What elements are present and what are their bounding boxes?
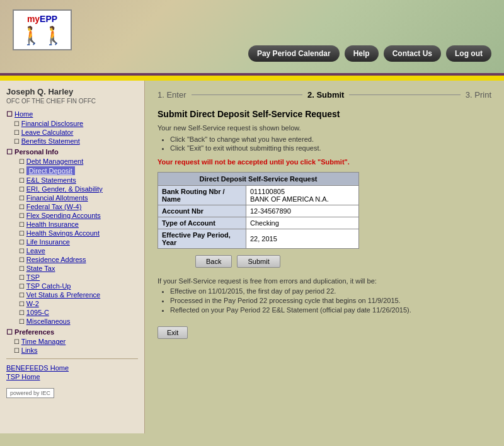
instruction-bullet-1: Click "Back" to change what you have ent… (170, 135, 491, 143)
back-button[interactable]: Back (195, 255, 232, 268)
info-bullets: Effective on 11/01/2015, the first day o… (170, 287, 491, 314)
step-1: 1. Enter (158, 90, 186, 100)
table-row-effective-pp: Effective Pay Period, Year 22, 2015 (158, 229, 359, 249)
steps-bar: 1. Enter 2. Submit 3. Print (158, 90, 491, 100)
account-type-label: Type of Account (158, 217, 246, 229)
yellow-bar (0, 76, 504, 81)
sidebar-item-debt-management[interactable]: ☐ Debt Management (6, 157, 138, 166)
sidebar-item-preferences: ☐ Preferences (6, 328, 138, 337)
content-description: Your new Self-Service request is shown b… (158, 124, 491, 132)
figure-right-icon: 🚶 (42, 25, 64, 46)
routing-label: Bank Routing Nbr / Name (158, 186, 246, 205)
step-3: 3. Print (466, 90, 491, 100)
sidebar-item-flex-spending[interactable]: ☐ Flex Spending Accounts (6, 211, 138, 220)
sidebar-org: OFC OF THE CHIEF FIN OFFC (6, 98, 138, 105)
step-line-1 (192, 94, 302, 95)
effective-pp-label: Effective Pay Period, Year (158, 229, 246, 249)
account-value: 12-34567890 (246, 205, 359, 217)
dd-table: Direct Deposit Self-Service Request Bank… (158, 172, 359, 249)
exit-button[interactable]: Exit (158, 326, 188, 339)
instruction-bullet-2: Click "Exit" to exit without submitting … (170, 144, 491, 152)
sidebar-item-federal-tax[interactable]: ☐ Federal Tax (W-4) (6, 202, 138, 211)
contact-us-button[interactable]: Contact Us (384, 45, 441, 62)
figure-left-icon: 🚶 (20, 25, 42, 46)
info-bullet-3: Reflected on your Pay Period 22 E&L Stat… (170, 306, 491, 314)
dd-table-header: Direct Deposit Self-Service Request (158, 173, 359, 186)
sidebar-item-health-insurance[interactable]: ☐ Health Insurance (6, 220, 138, 229)
content-area: 1. Enter 2. Submit 3. Print Submit Direc… (145, 81, 504, 433)
sidebar-item-links[interactable]: ☐ Links (6, 346, 138, 355)
sidebar-item-health-savings[interactable]: ☐ Health Savings Account (6, 229, 138, 237)
main-layout: Joseph Q. Harley OFC OF THE CHIEF FIN OF… (0, 81, 504, 433)
sidebar-item-w2[interactable]: ☐ W-2 (6, 299, 138, 308)
info-section: If your Self-Service request is free fro… (158, 277, 491, 314)
table-row-account: Account Nbr 12-34567890 (158, 205, 359, 217)
sidebar-item-home[interactable]: ☐ Home (6, 110, 138, 119)
sidebar-item-residence-address[interactable]: ☐ Residence Address (6, 255, 138, 264)
pay-period-calendar-button[interactable]: Pay Period Calendar (248, 45, 340, 62)
logout-button[interactable]: Log out (446, 45, 491, 62)
info-title: If your Self-Service request is free fro… (158, 277, 491, 285)
tsp-home-link[interactable]: TSP Home (6, 373, 138, 380)
benefeeds-home-link[interactable]: BENEFEEDS Home (6, 364, 138, 372)
sidebar-item-benefits-statement[interactable]: ☐ Benefits Statement (6, 137, 138, 146)
account-type-value: Checking (246, 217, 359, 229)
sidebar-item-eri[interactable]: ☐ ERI, Gender, & Disability (6, 185, 138, 193)
sidebar-item-life-insurance[interactable]: ☐ Life Insurance (6, 237, 138, 246)
sidebar-nav: ☐ Home Financial Disclosure ☐ Leave Calc… (6, 110, 138, 355)
table-row-account-type: Type of Account Checking (158, 217, 359, 229)
logo-my: my (27, 14, 40, 24)
sidebar-item-state-tax[interactable]: ☐ State Tax (6, 264, 138, 273)
header: myEPP 🚶 🚶 Pay Period Calendar Help Conta… (0, 0, 504, 76)
effective-pp-value: 22, 2015 (246, 229, 359, 249)
sidebar-item-tsp-catchup[interactable]: ☐ TSP Catch-Up (6, 282, 138, 290)
powered-by-badge: powered by IEC (6, 388, 54, 398)
instruction-bullets: Click "Back" to change what you have ent… (170, 135, 491, 152)
step-line-2 (349, 94, 460, 95)
step-2: 2. Submit (307, 90, 345, 100)
sidebar-item-financial-allotments[interactable]: ☐ Financial Allotments (6, 193, 138, 202)
sidebar-item-leave[interactable]: ☐ Leave (6, 246, 138, 255)
sidebar-item-vet-status[interactable]: ☐ Vet Status & Preference (6, 290, 138, 299)
sidebar-item-leave-calculator[interactable]: ☐ Leave Calculator (6, 128, 138, 137)
sidebar-item-1095c[interactable]: ☐ 1095-C (6, 308, 138, 317)
logo-area: myEPP 🚶 🚶 (13, 9, 72, 50)
logo-epp: EPP (40, 14, 57, 24)
sidebar-item-el-statements[interactable]: ☐ E&L Statements (6, 176, 138, 185)
form-buttons: Back Submit (158, 255, 491, 268)
sidebar-username: Joseph Q. Harley (6, 87, 138, 96)
table-row-routing: Bank Routing Nbr / Name 011100805BANK OF… (158, 186, 359, 205)
sidebar-item-personal-info: ☐ Personal Info (6, 147, 138, 157)
routing-value: 011100805BANK OF AMERICA N.A. (246, 186, 359, 205)
nav-buttons: Pay Period Calendar Help Contact Us Log … (248, 45, 491, 62)
submit-button[interactable]: Submit (237, 255, 280, 268)
sidebar-item-time-manager[interactable]: ☐ Time Manager (6, 337, 138, 346)
info-bullet-1: Effective on 11/01/2015, the first day o… (170, 287, 491, 295)
sidebar-item-miscellaneous[interactable]: ☐ Miscellaneous (6, 317, 138, 326)
warning-text: Your request will not be accepted until … (158, 158, 491, 166)
sidebar-item-financial-disclosure[interactable]: Financial Disclosure (6, 119, 138, 128)
account-label: Account Nbr (158, 205, 246, 217)
sidebar-footer-links: BENEFEEDS Home TSP Home (6, 364, 138, 380)
help-button[interactable]: Help (345, 45, 379, 62)
page-title: Submit Direct Deposit Self-Service Reque… (158, 109, 491, 119)
sidebar-item-direct-deposit[interactable]: ☐ Direct Deposit (6, 166, 138, 176)
sidebar-item-tsp[interactable]: ☐ TSP (6, 273, 138, 282)
sidebar: Joseph Q. Harley OFC OF THE CHIEF FIN OF… (0, 81, 145, 433)
info-bullet-2: Processed in the Pay Period 22 processin… (170, 297, 491, 304)
